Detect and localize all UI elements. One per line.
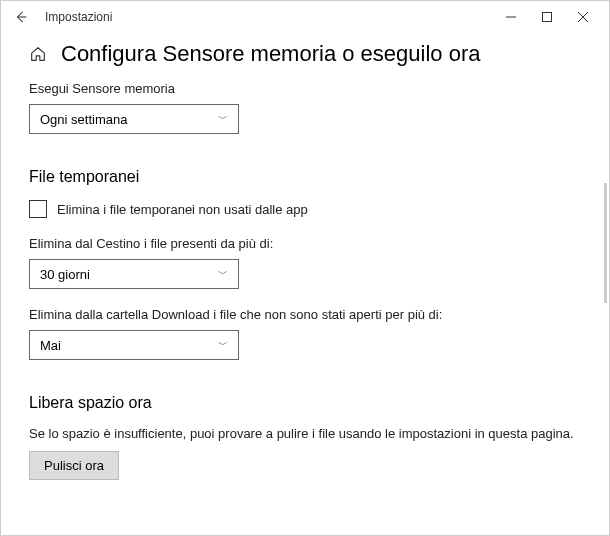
close-icon [578, 12, 588, 22]
downloads-value: Mai [40, 338, 61, 353]
recycle-bin-label: Elimina dal Cestino i file presenti da p… [29, 236, 581, 251]
minimize-icon [506, 12, 516, 22]
scrollbar[interactable] [604, 183, 607, 303]
delete-temp-checkbox[interactable] [29, 200, 47, 218]
close-button[interactable] [565, 3, 601, 31]
clean-now-button[interactable]: Pulisci ora [29, 451, 119, 480]
recycle-bin-dropdown[interactable]: 30 giorni ﹀ [29, 259, 239, 289]
free-space-heading: Libera spazio ora [29, 394, 581, 412]
downloads-dropdown[interactable]: Mai ﹀ [29, 330, 239, 360]
minimize-button[interactable] [493, 3, 529, 31]
titlebar: Impostazioni [1, 1, 609, 33]
recycle-bin-value: 30 giorni [40, 267, 90, 282]
free-space-info: Se lo spazio è insufficiente, puoi prova… [29, 426, 581, 441]
home-icon[interactable] [29, 45, 47, 63]
back-arrow-icon [14, 10, 28, 24]
chevron-down-icon: ﹀ [218, 338, 228, 352]
window-controls [493, 3, 601, 31]
chevron-down-icon: ﹀ [218, 267, 228, 281]
delete-temp-checkbox-row: Elimina i file temporanei non usati dall… [29, 200, 581, 218]
downloads-field: Elimina dalla cartella Download i file c… [29, 307, 581, 360]
run-sensor-label: Esegui Sensore memoria [29, 81, 581, 96]
back-button[interactable] [9, 5, 33, 29]
content-area: Configura Sensore memoria o eseguilo ora… [1, 33, 609, 535]
temp-files-heading: File temporanei [29, 168, 581, 186]
run-sensor-dropdown[interactable]: Ogni settimana ﹀ [29, 104, 239, 134]
window-title: Impostazioni [45, 10, 493, 24]
maximize-icon [542, 12, 552, 22]
downloads-label: Elimina dalla cartella Download i file c… [29, 307, 581, 322]
delete-temp-label: Elimina i file temporanei non usati dall… [57, 202, 308, 217]
chevron-down-icon: ﹀ [218, 112, 228, 126]
recycle-bin-field: Elimina dal Cestino i file presenti da p… [29, 236, 581, 289]
page-header: Configura Sensore memoria o eseguilo ora [29, 41, 581, 67]
maximize-button[interactable] [529, 3, 565, 31]
run-sensor-value: Ogni settimana [40, 112, 127, 127]
svg-rect-1 [543, 13, 552, 22]
page-title: Configura Sensore memoria o eseguilo ora [61, 41, 480, 67]
